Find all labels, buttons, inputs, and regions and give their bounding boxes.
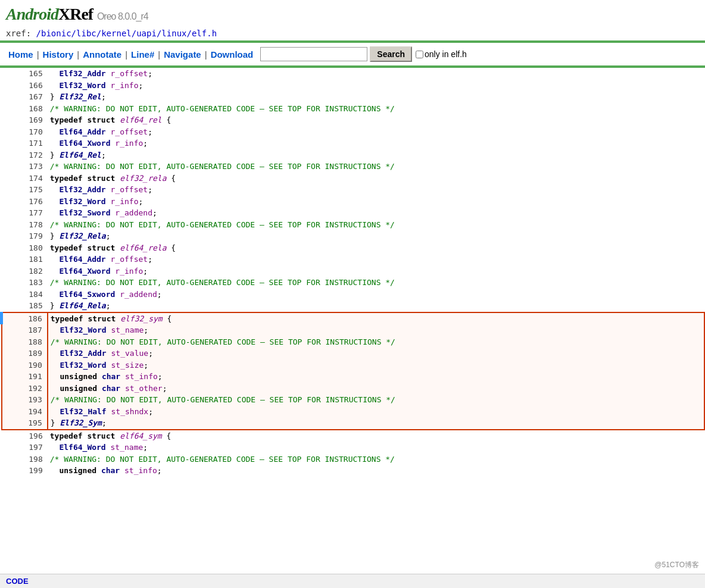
- line-number-link[interactable]: 179: [29, 232, 42, 240]
- line-number[interactable]: 170: [2, 126, 48, 138]
- line-number[interactable]: 177: [2, 207, 48, 219]
- line-number-link[interactable]: 167: [29, 92, 42, 101]
- nav-home[interactable]: Home: [6, 49, 36, 60]
- line-code: Elf32_Half st_shndx;: [48, 406, 704, 418]
- line-number-link[interactable]: 174: [29, 174, 42, 183]
- line-number-link[interactable]: 182: [29, 267, 42, 276]
- line-code: /* WARNING: DO NOT EDIT, AUTO-GENERATED …: [48, 336, 704, 348]
- logo-version: Oreo 8.0.0_r4: [97, 11, 148, 21]
- line-number-link[interactable]: 195: [28, 418, 42, 427]
- table-row: 184 Elf64_Sxword r_addend;: [2, 289, 705, 301]
- line-number-link[interactable]: 192: [28, 384, 42, 393]
- line-number-link[interactable]: 171: [29, 139, 42, 148]
- code-table: 165 Elf32_Addr r_offset;166 Elf32_Word r…: [0, 68, 705, 477]
- table-row: 169typedef struct elf64_rel {: [2, 114, 705, 126]
- line-code: /* WARNING: DO NOT EDIT, AUTO-GENERATED …: [48, 103, 704, 115]
- line-number-link[interactable]: 190: [28, 361, 42, 370]
- line-number[interactable]: 188: [2, 336, 48, 348]
- breadcrumb-kernel[interactable]: /kernel: [96, 29, 132, 38]
- line-number-link[interactable]: 185: [29, 301, 42, 310]
- line-number-link[interactable]: 197: [29, 443, 42, 452]
- nav-download[interactable]: Download: [208, 49, 256, 60]
- line-number[interactable]: 168: [2, 103, 48, 115]
- line-number[interactable]: 183: [2, 277, 48, 289]
- line-number[interactable]: 166: [2, 80, 48, 92]
- nav-annotate[interactable]: Annotate: [80, 49, 124, 60]
- line-number-link[interactable]: 176: [29, 197, 42, 206]
- line-number[interactable]: 187: [2, 324, 48, 336]
- line-number-link[interactable]: 181: [29, 255, 42, 264]
- line-number[interactable]: 182: [2, 265, 48, 277]
- line-number-link[interactable]: 168: [29, 104, 42, 113]
- line-number-link[interactable]: 177: [29, 208, 42, 217]
- line-number[interactable]: 191: [2, 371, 48, 383]
- line-number[interactable]: 193: [2, 394, 48, 406]
- line-number-link[interactable]: 189: [28, 349, 42, 358]
- search-button[interactable]: Search: [370, 46, 412, 62]
- line-number-link[interactable]: 166: [29, 81, 42, 90]
- line-code: Elf32_Word st_size;: [48, 359, 704, 371]
- line-code: Elf64_Xword r_info;: [48, 265, 704, 277]
- line-number[interactable]: 195: [2, 417, 48, 430]
- line-number[interactable]: 180: [2, 242, 48, 254]
- line-number-link[interactable]: 173: [29, 162, 42, 171]
- line-number[interactable]: 185: [2, 300, 48, 312]
- line-number-link[interactable]: 198: [29, 455, 42, 464]
- line-number[interactable]: 199: [2, 465, 48, 477]
- nav-navigate[interactable]: Navigate: [161, 49, 204, 60]
- line-number[interactable]: 184: [2, 289, 48, 301]
- nav-lineno[interactable]: Line#: [129, 49, 157, 60]
- navbar: Home | History | Annotate | Line# | Navi…: [0, 43, 705, 65]
- line-number[interactable]: 186: [2, 312, 48, 325]
- line-number-link[interactable]: 180: [29, 243, 42, 252]
- line-number-link[interactable]: 187: [28, 326, 42, 334]
- line-number[interactable]: 189: [2, 348, 48, 359]
- line-number-link[interactable]: 175: [29, 185, 42, 194]
- line-number-link[interactable]: 184: [29, 290, 42, 299]
- line-number[interactable]: 171: [2, 137, 48, 149]
- line-number[interactable]: 167: [2, 91, 48, 103]
- line-number-link[interactable]: 194: [28, 407, 42, 416]
- line-number-link[interactable]: 191: [28, 372, 42, 381]
- line-number-link[interactable]: 183: [29, 278, 42, 287]
- line-number[interactable]: 181: [2, 254, 48, 265]
- line-number-link[interactable]: 188: [28, 337, 42, 346]
- line-code: } Elf64_Rela;: [48, 300, 704, 312]
- line-number[interactable]: 175: [2, 184, 48, 196]
- line-number-link[interactable]: 178: [29, 220, 42, 229]
- line-number[interactable]: 194: [2, 406, 48, 418]
- search-input[interactable]: [260, 47, 367, 61]
- line-number-link[interactable]: 199: [29, 466, 42, 475]
- line-number-link[interactable]: 165: [29, 69, 42, 78]
- line-number-link[interactable]: 170: [29, 127, 42, 136]
- line-number-link[interactable]: 193: [28, 395, 42, 404]
- line-number[interactable]: 176: [2, 196, 48, 208]
- line-number[interactable]: 179: [2, 230, 48, 242]
- line-number[interactable]: 169: [2, 114, 48, 126]
- line-number-link[interactable]: 186: [28, 314, 42, 323]
- line-number-link[interactable]: 196: [29, 431, 42, 440]
- breadcrumb-uapi[interactable]: /uapi: [132, 29, 157, 38]
- line-number[interactable]: 197: [2, 442, 48, 453]
- line-number[interactable]: 198: [2, 453, 48, 465]
- line-number[interactable]: 165: [2, 68, 48, 80]
- footer-code-link[interactable]: CODE: [6, 577, 29, 586]
- breadcrumb-linux[interactable]: /linux: [157, 29, 187, 38]
- line-number[interactable]: 174: [2, 173, 48, 184]
- line-number[interactable]: 196: [2, 430, 48, 442]
- line-number[interactable]: 192: [2, 383, 48, 395]
- nav-history[interactable]: History: [40, 49, 76, 60]
- breadcrumb-libc[interactable]: /libc: [71, 29, 96, 38]
- breadcrumb-bionic[interactable]: /bionic: [36, 29, 71, 38]
- table-row: 177 Elf32_Sword r_addend;: [2, 207, 705, 219]
- line-number[interactable]: 173: [2, 161, 48, 173]
- only-in-file-checkbox[interactable]: [416, 51, 423, 58]
- line-number-link[interactable]: 169: [29, 115, 42, 124]
- line-code: /* WARNING: DO NOT EDIT, AUTO-GENERATED …: [48, 453, 704, 465]
- line-number[interactable]: 178: [2, 219, 48, 231]
- line-number[interactable]: 190: [2, 359, 48, 371]
- table-row: 186typedef struct elf32_sym {: [2, 312, 705, 325]
- breadcrumb-file[interactable]: /elf.h: [187, 29, 217, 38]
- line-number-link[interactable]: 172: [29, 151, 42, 159]
- line-number[interactable]: 172: [2, 149, 48, 161]
